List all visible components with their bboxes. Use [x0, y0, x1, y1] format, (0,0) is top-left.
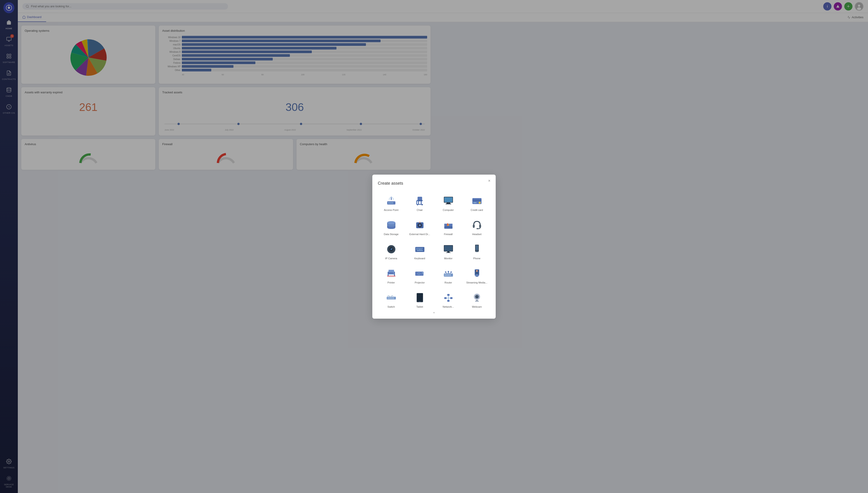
- access-point-icon: [385, 195, 397, 207]
- asset-item-ip-camera[interactable]: IP Camera: [378, 240, 405, 247]
- asset-item-keyboard[interactable]: Keyboard: [406, 240, 433, 247]
- svg-point-53: [419, 222, 420, 223]
- asset-item-external-hard-drive[interactable]: External Hard Dr...: [406, 215, 433, 238]
- svg-rect-32: [421, 201, 422, 205]
- chair-icon: [414, 195, 426, 207]
- chair-label: Chair: [417, 209, 422, 211]
- svg-rect-31: [418, 201, 419, 205]
- access-point-label: Access Point: [384, 209, 398, 211]
- asset-grid: Access Point Chair: [378, 191, 434, 247]
- modal-overlay[interactable]: Create assets ×: [0, 0, 434, 246]
- svg-rect-25: [390, 202, 390, 203]
- svg-point-48: [387, 221, 395, 224]
- svg-rect-30: [417, 200, 422, 201]
- ip-camera-icon: [385, 243, 397, 247]
- keyboard-icon: [414, 243, 426, 247]
- asset-item-access-point[interactable]: Access Point: [378, 191, 405, 214]
- svg-point-35: [422, 205, 422, 206]
- svg-rect-27: [392, 202, 393, 203]
- data-storage-icon: [385, 219, 397, 231]
- svg-rect-36: [416, 200, 417, 205]
- create-assets-modal: Create assets ×: [372, 175, 434, 247]
- svg-rect-29: [417, 197, 422, 200]
- svg-point-61: [387, 245, 395, 247]
- svg-point-52: [419, 225, 420, 226]
- asset-item-chair[interactable]: Chair: [406, 191, 433, 214]
- data-storage-label: Data Storage: [384, 233, 398, 236]
- modal-title: Create assets: [378, 181, 434, 186]
- external-hard-drive-icon: [414, 219, 426, 231]
- asset-item-data-storage[interactable]: Data Storage: [378, 215, 405, 238]
- external-hard-drive-label: External Hard Dr...: [409, 233, 430, 236]
- svg-rect-26: [391, 202, 392, 203]
- svg-rect-24: [388, 202, 389, 203]
- svg-point-34: [417, 205, 418, 206]
